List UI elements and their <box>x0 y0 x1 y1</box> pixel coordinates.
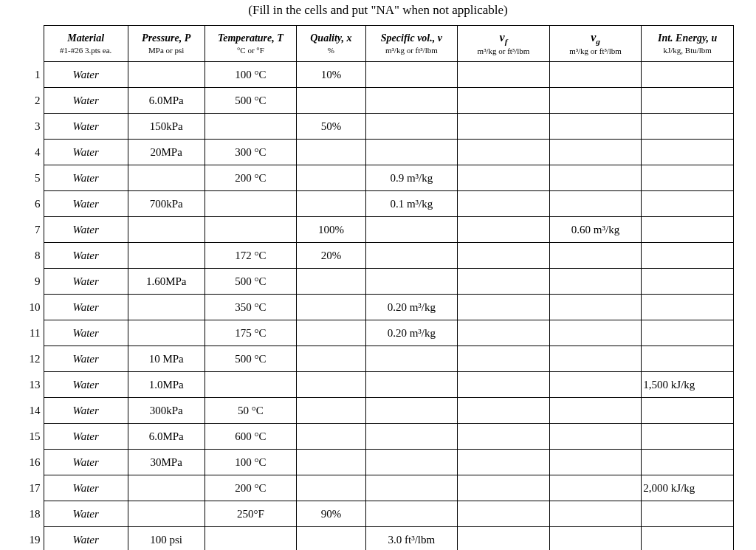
cell-temperature[interactable]: 175 °C <box>205 320 297 346</box>
cell-vf[interactable] <box>458 88 550 114</box>
cell-temperature[interactable]: 100 °C <box>205 62 297 88</box>
cell-quality[interactable] <box>297 450 365 475</box>
cell-vg[interactable] <box>549 527 642 551</box>
cell-vf[interactable] <box>458 475 550 501</box>
cell-vg[interactable]: 0.60 m³/kg <box>549 217 642 243</box>
cell-spvol[interactable] <box>365 346 458 372</box>
cell-temperature[interactable]: 350 °C <box>205 295 297 320</box>
cell-temperature[interactable] <box>205 191 297 217</box>
cell-pressure[interactable]: 20MPa <box>128 140 205 165</box>
cell-energy[interactable]: 1,500 kJ/kg <box>642 372 734 398</box>
cell-pressure[interactable] <box>128 62 205 88</box>
cell-spvol[interactable]: 0.20 m³/kg <box>365 320 458 346</box>
cell-pressure[interactable] <box>128 165 205 191</box>
cell-quality[interactable] <box>297 269 365 295</box>
cell-material[interactable]: Water <box>44 114 128 140</box>
cell-quality[interactable] <box>297 140 365 165</box>
cell-spvol[interactable] <box>365 424 458 450</box>
cell-material[interactable]: Water <box>44 320 128 346</box>
cell-pressure[interactable]: 700kPa <box>128 191 205 217</box>
cell-vf[interactable] <box>458 243 550 269</box>
cell-spvol[interactable] <box>365 372 458 398</box>
cell-vf[interactable] <box>458 191 550 217</box>
cell-vg[interactable] <box>549 398 642 424</box>
cell-pressure[interactable]: 30MPa <box>128 450 205 475</box>
cell-energy[interactable] <box>642 88 734 114</box>
cell-vf[interactable] <box>458 398 550 424</box>
cell-energy[interactable] <box>642 269 734 295</box>
cell-temperature[interactable] <box>205 527 297 551</box>
cell-temperature[interactable]: 600 °C <box>205 424 297 450</box>
cell-spvol[interactable]: 0.1 m³/kg <box>365 191 458 217</box>
cell-vf[interactable] <box>458 501 550 527</box>
cell-pressure[interactable]: 1.0MPa <box>128 372 205 398</box>
cell-quality[interactable]: 100% <box>297 217 365 243</box>
cell-material[interactable]: Water <box>44 346 128 372</box>
cell-pressure[interactable]: 10 MPa <box>128 346 205 372</box>
cell-pressure[interactable]: 6.0MPa <box>128 424 205 450</box>
cell-vf[interactable] <box>458 295 550 320</box>
cell-material[interactable]: Water <box>44 450 128 475</box>
cell-material[interactable]: Water <box>44 243 128 269</box>
cell-vf[interactable] <box>458 165 550 191</box>
cell-vf[interactable] <box>458 114 550 140</box>
cell-pressure[interactable]: 300kPa <box>128 398 205 424</box>
cell-spvol[interactable] <box>365 450 458 475</box>
cell-pressure[interactable] <box>128 295 205 320</box>
cell-spvol[interactable] <box>365 217 458 243</box>
cell-vg[interactable] <box>549 424 642 450</box>
cell-spvol[interactable] <box>365 114 458 140</box>
cell-energy[interactable] <box>642 191 734 217</box>
cell-temperature[interactable]: 250°F <box>205 501 297 527</box>
cell-vg[interactable] <box>549 372 642 398</box>
cell-vg[interactable] <box>549 165 642 191</box>
cell-material[interactable]: Water <box>44 165 128 191</box>
cell-material[interactable]: Water <box>44 475 128 501</box>
cell-spvol[interactable] <box>365 62 458 88</box>
cell-quality[interactable] <box>297 398 365 424</box>
cell-vf[interactable] <box>458 140 550 165</box>
cell-energy[interactable] <box>642 424 734 450</box>
cell-quality[interactable] <box>297 475 365 501</box>
cell-energy[interactable] <box>642 346 734 372</box>
cell-energy[interactable] <box>642 62 734 88</box>
cell-vg[interactable] <box>549 295 642 320</box>
cell-pressure[interactable]: 1.60MPa <box>128 269 205 295</box>
cell-temperature[interactable]: 200 °C <box>205 475 297 501</box>
cell-energy[interactable] <box>642 217 734 243</box>
cell-vg[interactable] <box>549 269 642 295</box>
cell-material[interactable]: Water <box>44 398 128 424</box>
cell-quality[interactable] <box>297 320 365 346</box>
cell-temperature[interactable] <box>205 217 297 243</box>
cell-vf[interactable] <box>458 217 550 243</box>
cell-temperature[interactable] <box>205 114 297 140</box>
cell-energy[interactable] <box>642 165 734 191</box>
cell-quality[interactable]: 10% <box>297 62 365 88</box>
cell-quality[interactable] <box>297 165 365 191</box>
cell-pressure[interactable]: 100 psi <box>128 527 205 551</box>
cell-pressure[interactable] <box>128 501 205 527</box>
cell-quality[interactable] <box>297 424 365 450</box>
cell-material[interactable]: Water <box>44 424 128 450</box>
cell-quality[interactable] <box>297 527 365 551</box>
cell-vg[interactable] <box>549 501 642 527</box>
cell-energy[interactable] <box>642 527 734 551</box>
cell-quality[interactable]: 20% <box>297 243 365 269</box>
cell-material[interactable]: Water <box>44 217 128 243</box>
cell-temperature[interactable]: 100 °C <box>205 450 297 475</box>
cell-vf[interactable] <box>458 320 550 346</box>
cell-spvol[interactable] <box>365 140 458 165</box>
cell-spvol[interactable]: 0.20 m³/kg <box>365 295 458 320</box>
cell-quality[interactable] <box>297 372 365 398</box>
cell-temperature[interactable]: 200 °C <box>205 165 297 191</box>
cell-temperature[interactable]: 500 °C <box>205 269 297 295</box>
cell-material[interactable]: Water <box>44 527 128 551</box>
cell-temperature[interactable]: 172 °C <box>205 243 297 269</box>
cell-quality[interactable]: 50% <box>297 114 365 140</box>
cell-vg[interactable] <box>549 475 642 501</box>
cell-vf[interactable] <box>458 269 550 295</box>
cell-vg[interactable] <box>549 243 642 269</box>
cell-quality[interactable] <box>297 88 365 114</box>
cell-temperature[interactable] <box>205 372 297 398</box>
cell-vf[interactable] <box>458 62 550 88</box>
